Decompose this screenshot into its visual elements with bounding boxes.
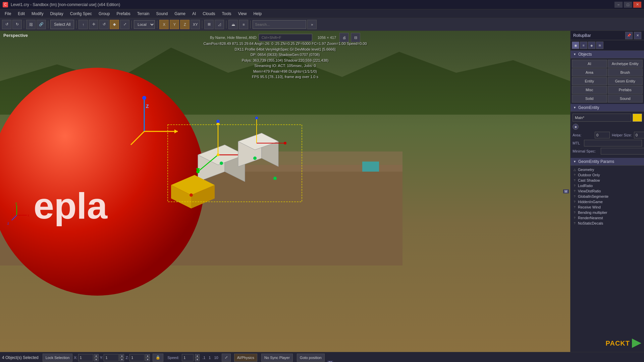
axis-z-button[interactable]: Z	[180, 20, 190, 29]
panel-pin-button[interactable]: 📌	[625, 32, 633, 39]
mtl-input[interactable]	[584, 140, 642, 146]
obj-btn-area[interactable]: Area	[572, 68, 607, 76]
viewport-size-label: 1056 × 417	[318, 36, 336, 40]
minimal-spec-input[interactable]	[601, 148, 644, 155]
move-button[interactable]: ✛	[89, 20, 98, 29]
objects-section-header[interactable]: Objects	[571, 51, 644, 58]
objects-selected-label: 4 Object(s) Selected	[2, 355, 39, 360]
scale-button[interactable]: ⤢	[120, 20, 129, 29]
rotate-button[interactable]: ↺	[99, 20, 109, 29]
search-toolbar-input[interactable]	[253, 20, 306, 29]
window-controls: − □ ✕	[614, 2, 641, 8]
helper-size-input[interactable]	[634, 132, 644, 138]
panel-tab-display[interactable]: ≋	[596, 42, 603, 49]
z-down-spinner[interactable]: ▼	[145, 358, 150, 361]
global-in-seg-icon: ?	[573, 194, 577, 198]
menu-item-game[interactable]: Game	[171, 10, 189, 17]
packt-play-button[interactable]	[632, 339, 641, 348]
geom-color-swatch[interactable]	[633, 114, 642, 122]
layers-button[interactable]: ≡	[239, 20, 248, 29]
speed-up-spinner[interactable]: ▲	[195, 354, 200, 358]
lock-selection-button[interactable]: Lock Selection	[43, 354, 73, 362]
y-coord-label: Y:	[100, 356, 103, 360]
menu-item-ai[interactable]: AI	[189, 10, 199, 17]
geom-params-section-header[interactable]: GeomEntity Params	[571, 158, 644, 166]
x-coord-input[interactable]	[78, 354, 93, 361]
menu-item-clouds[interactable]: Clouds	[199, 10, 218, 17]
menu-item-prefabs[interactable]: Prefabs	[113, 10, 133, 17]
obj-btn-archetype-entity[interactable]: Archetype Entity	[608, 60, 643, 68]
angle-view-button[interactable]: ◿	[215, 20, 224, 29]
svg-point-11	[196, 170, 200, 173]
terrain-button[interactable]: ⛰	[228, 20, 238, 29]
goto-position-button[interactable]: Goto position	[297, 354, 325, 362]
axis-x-button[interactable]: X	[159, 20, 169, 29]
speed-down-spinner[interactable]: ▼	[195, 358, 200, 361]
menu-item-sound[interactable]: Sound	[153, 10, 171, 17]
grid-view-button[interactable]: ⊞	[204, 20, 214, 29]
panel-close-button[interactable]: ✕	[634, 32, 641, 39]
obj-btn-misc[interactable]: Misc	[572, 86, 607, 94]
coord-system-select[interactable]: Local World	[134, 20, 155, 29]
obj-btn-brush[interactable]: Brush	[608, 68, 643, 76]
obj-btn-geom-entity[interactable]: Geom Entity	[608, 77, 643, 85]
minimize-button[interactable]: −	[614, 2, 623, 8]
menu-item-view[interactable]: View	[235, 10, 250, 17]
toolbar-more-left[interactable]: »	[307, 20, 317, 29]
menu-item-tools[interactable]: Tools	[219, 10, 235, 17]
select-button[interactable]: ◆	[110, 20, 119, 29]
x-coord-label: X:	[74, 356, 77, 360]
obj-btn-solid[interactable]: Solid	[572, 95, 607, 103]
menu-item-display[interactable]: Display	[47, 10, 66, 17]
move-up-button[interactable]: ↑	[78, 20, 88, 29]
bending-mult-label: Bending multiplier	[578, 210, 607, 215]
mem-info-line: Mem=479 Peak=498 DLights=(1/1/1/0)	[203, 69, 367, 74]
menu-item-edit[interactable]: Edit	[14, 10, 28, 17]
obj-btn-sound[interactable]: Sound	[608, 95, 643, 103]
speed-input[interactable]	[182, 354, 194, 361]
z-up-spinner[interactable]: ▲	[145, 354, 150, 358]
y-up-spinner[interactable]: ▲	[119, 354, 124, 358]
axis-xy-button[interactable]: XY	[191, 20, 200, 29]
x-up-spinner[interactable]: ▲	[94, 354, 99, 358]
lock-icon-button[interactable]: 🔒	[153, 354, 163, 362]
obj-btn-prefabs[interactable]: Prefabs	[608, 86, 643, 94]
ai-physics-button[interactable]: AI/Physics	[234, 354, 257, 362]
move-to-button[interactable]: ⤢	[222, 354, 231, 362]
link-button[interactable]: ⛓	[26, 20, 36, 29]
select-all-button[interactable]: Select All	[50, 20, 74, 29]
svg-text:x: x	[28, 214, 29, 217]
geom-entity-section-header[interactable]: GeomEntity	[571, 104, 644, 112]
minimal-spec-label: Minimal Spec:	[573, 149, 599, 153]
area-input[interactable]	[595, 132, 610, 138]
axis-y-button[interactable]: Y	[170, 20, 179, 29]
geom-name-input[interactable]	[573, 114, 631, 122]
close-button[interactable]: ✕	[633, 2, 641, 8]
panel-tab-objects[interactable]: ◉	[572, 42, 579, 49]
menu-item-modify[interactable]: Modify	[28, 10, 47, 17]
no-sync-player-button[interactable]: No Sync Player	[261, 354, 293, 362]
menu-item-group[interactable]: Group	[95, 10, 113, 17]
panel-tab-layers[interactable]: ≡	[580, 42, 587, 49]
menu-item-help[interactable]: Help	[250, 10, 265, 17]
y-coord-input[interactable]	[104, 354, 119, 361]
panel-tab-terrain[interactable]: ◈	[588, 42, 595, 49]
y-coord-spinners: ▲ ▼	[119, 354, 124, 361]
viewport-3d[interactable]: epla	[0, 31, 570, 352]
unlink-button[interactable]: 🔗	[37, 20, 46, 29]
viewport-search-input[interactable]	[259, 34, 312, 41]
menu-item-config-spec[interactable]: Config Spec	[67, 10, 95, 17]
no-static-decals-icon: ?	[573, 221, 577, 225]
menu-item-file[interactable]: File	[1, 10, 14, 17]
undo-button[interactable]: ↺	[2, 20, 11, 29]
menu-item-terrain[interactable]: Terrain	[134, 10, 153, 17]
z-coord-input[interactable]	[129, 354, 145, 361]
obj-btn-entity[interactable]: Entity	[572, 77, 607, 85]
x-down-spinner[interactable]: ▼	[94, 358, 99, 361]
no-static-decals-label: NoStaticDecals	[578, 221, 603, 225]
y-down-spinner[interactable]: ▼	[119, 358, 124, 361]
maximize-button[interactable]: □	[624, 2, 632, 8]
param-render-nearest: ? RenderNearest	[573, 215, 642, 221]
obj-btn-ai[interactable]: AI	[572, 60, 607, 68]
redo-button[interactable]: ↻	[12, 20, 22, 29]
